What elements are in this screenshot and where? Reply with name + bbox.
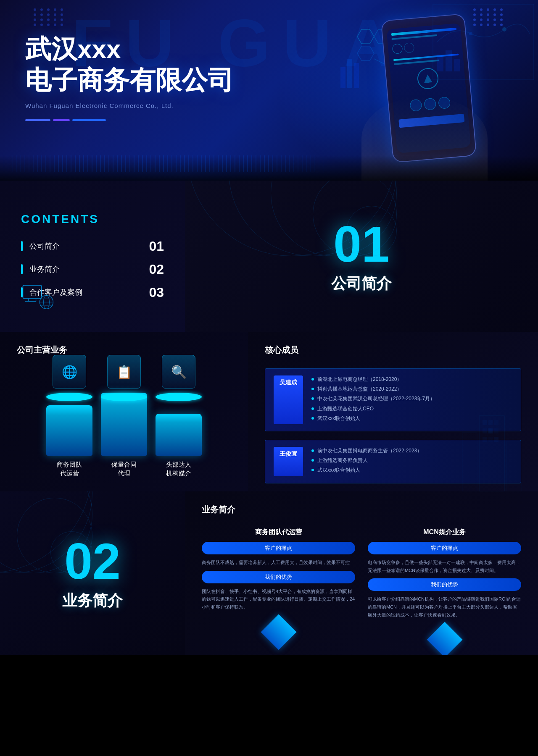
svg-rect-32 (488, 428, 493, 433)
contents-item-2: 业务简介 02 (21, 262, 164, 277)
biz-intro-title: 业务简介 (202, 504, 521, 515)
svg-marker-0 (357, 29, 374, 44)
member-name-2: 王俊宜 (274, 447, 303, 476)
bullet (311, 417, 314, 420)
particle-dots (0, 155, 328, 172)
biz-label-3: 头部达人机构媒介 (166, 460, 191, 478)
hero-title: 武汉xxx 电子商务有限公司 (25, 34, 234, 96)
biz-cylinder-2 (101, 393, 147, 456)
bullet (311, 459, 314, 462)
contents-item-1: 公司简介 01 (21, 239, 164, 254)
svg-rect-20 (29, 298, 36, 301)
svg-rect-29 (488, 420, 493, 425)
contents-panel: CONTENTS 公司简介 01 业务简介 02 合作客户及案例 03 (0, 181, 185, 332)
svg-point-14 (502, 27, 506, 32)
section02-num: 02 (64, 536, 120, 586)
bullet (311, 378, 314, 381)
cyl-top-1 (46, 393, 92, 401)
contents-num-3: 03 (143, 285, 164, 300)
biz-label-2: 保量合同代理 (111, 460, 137, 478)
svg-rect-37 (462, 433, 477, 491)
svg-rect-31 (483, 428, 487, 433)
business-panel-title: 公司主营业务 (17, 344, 231, 356)
biz-label-1: 商务团队代运营 (57, 460, 82, 478)
cyl-body-3 (156, 414, 202, 456)
svg-rect-18 (454, 59, 460, 71)
svg-rect-34 (483, 437, 487, 442)
contents-globe-icon (21, 280, 55, 315)
advantage-badge-2: 我们的优势 (368, 578, 521, 591)
bullet (311, 388, 314, 390)
bullet (311, 469, 314, 471)
hero-section: FU GUAN 武汉xxx 电子商务有限公司 Wuhan Fuguan Elec… (0, 0, 538, 181)
biz-intro-col-1: 商务团队代运营 客户的痛点 商务团队不成熟，需要培养新人，人工费用大，且效果时间… (202, 528, 355, 652)
map-chart-bg (429, 0, 538, 84)
member-detail-1-1: 抖创营播基地运营总监（2020-2022） (311, 385, 512, 393)
pain-badge-1: 客户的痛点 (202, 542, 355, 554)
hero-content: 武汉xxx 电子商务有限公司 Wuhan Fuguan Electronic C… (25, 34, 234, 121)
section02-title: 业务简介 (62, 591, 123, 611)
svg-rect-16 (437, 55, 443, 71)
member-detail-1-0: 前湖北上鲸电商总经理（2018-2020） (311, 375, 512, 383)
contents-num-1: 01 (143, 239, 164, 254)
core-members-panel: 核心成员 吴建成 前湖北上鲸电商总经理（2018-2020） 抖创营播基地运营总… (248, 332, 538, 491)
section-02-biz-intro: 02 业务简介 业务简介 商务团队代运营 客户的痛点 商务团队不成熟，需要培养新… (0, 491, 538, 655)
svg-rect-33 (494, 428, 498, 433)
biz-intro-col-title-2: MCN媒介业务 (368, 528, 521, 537)
svg-point-15 (469, 32, 472, 35)
biz-icon-1: 🌐 (53, 355, 86, 388)
biz-col-1: 🌐 商务团队代运营 (46, 355, 92, 478)
contents-label: CONTENTS (21, 213, 164, 226)
bullet (311, 449, 314, 452)
pain-badge-2: 客户的痛点 (368, 542, 521, 554)
cyl-body-2 (101, 393, 147, 456)
biz-cylinder-3 (156, 393, 202, 456)
svg-rect-27 (479, 416, 504, 491)
core-panel-title: 核心成员 (265, 344, 521, 356)
svg-rect-38 (506, 441, 521, 491)
section-business-members: 公司主营业务 🌐 商务团队代运营 📋 保量合同代理 (0, 332, 538, 491)
diamond-1 (202, 615, 355, 645)
contents-bar-2 (21, 264, 23, 274)
section-contents: CONTENTS 公司简介 01 业务简介 02 合作客户及案例 03 (0, 181, 538, 332)
diamond-2 (368, 623, 521, 652)
cyl-top-3 (156, 393, 202, 401)
cyl-top-2 (101, 393, 147, 401)
contents-text-2: 业务简介 (29, 264, 136, 274)
advantage-badge-1: 我们的优势 (202, 571, 355, 583)
member-name-1: 吴建成 (274, 375, 303, 424)
hero-dots-left (34, 8, 65, 26)
section01-title-panel: 01 公司简介 (185, 181, 538, 332)
biz-col-2: 📋 保量合同代理 (101, 355, 147, 478)
svg-rect-8 (347, 59, 352, 88)
biz-intro-cols: 商务团队代运营 客户的痛点 商务团队不成熟，需要培养新人，人工费用大，且效果时间… (202, 528, 521, 652)
advantage-text-1: 团队在抖音、快手、小红书、视频号4大平台，有成熟的资源，当拿到同样的钱可以迅速进… (202, 588, 355, 611)
biz-intro-panel: 业务简介 商务团队代运营 客户的痛点 商务团队不成熟，需要培养新人，人工费用大，… (185, 491, 538, 655)
svg-rect-19 (23, 285, 41, 298)
cyl-body-1 (46, 405, 92, 456)
advantage-text-2: 可以给客户介绍靠谱的MCN机构，让客户的产品链链进我们国际ROI的合适的靠谱的M… (368, 595, 521, 619)
bullet (311, 397, 314, 400)
biz-col-3: 🔍 头部达人机构媒介 (156, 355, 202, 478)
hero-subtitle: Wuhan Fuguan Electronic Commerce Co., Lt… (25, 102, 234, 109)
biz-cylinder-1 (46, 393, 92, 456)
bullet (311, 407, 314, 410)
contents-bar-1 (21, 241, 23, 251)
business-panel: 公司主营业务 🌐 商务团队代运营 📋 保量合同代理 (0, 332, 248, 491)
svg-rect-17 (446, 50, 452, 71)
svg-rect-9 (354, 63, 359, 88)
section01-num: 01 (333, 219, 389, 269)
contents-num-2: 02 (143, 262, 164, 277)
business-columns: 🌐 商务团队代运营 📋 保量合同代理 🔍 (17, 368, 231, 478)
biz-icon-3: 🔍 (162, 355, 195, 388)
pain-text-1: 商务团队不成熟，需要培养新人，人工费用大，且效果时间，效果不可控 (202, 559, 355, 567)
hero-accent-bars (25, 119, 234, 121)
contents-text-1: 公司简介 (29, 241, 136, 251)
svg-rect-35 (488, 437, 493, 442)
biz-intro-col-2: MCN媒介业务 客户的痛点 电商市场竞争多，且做一些头部无法一对一建联，中间商太… (368, 528, 521, 652)
svg-marker-2 (357, 46, 374, 60)
biz-icon-2: 📋 (107, 355, 141, 388)
pain-text-2: 电商市场竞争多，且做一些头部无法一对一建联，中间商太多，费用太高，无法跟一些靠谱… (368, 559, 521, 574)
section02-panel: 02 业务简介 (0, 491, 185, 655)
svg-rect-7 (340, 67, 345, 88)
